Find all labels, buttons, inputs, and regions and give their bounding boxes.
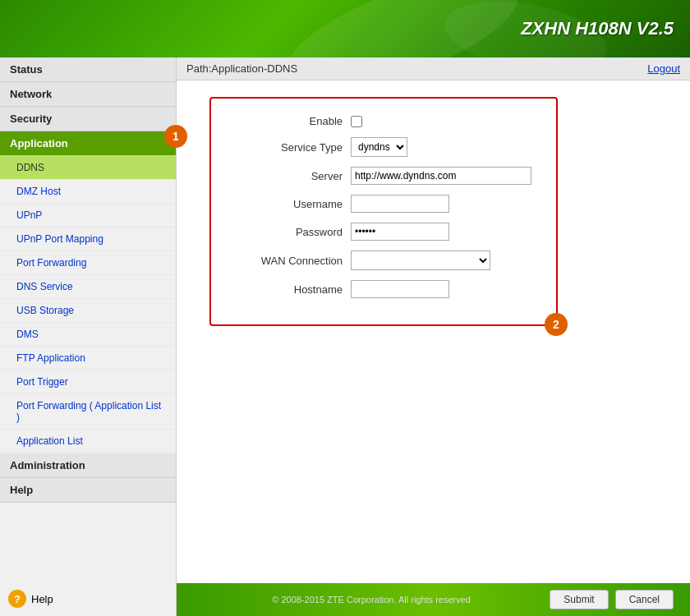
hostname-row: Hostname: [236, 280, 531, 298]
path-bar: Path:Application-DDNS Logout: [177, 57, 690, 80]
header: ZXHN H108N V2.5: [0, 0, 690, 57]
username-label: Username: [236, 198, 351, 210]
wan-select[interactable]: [351, 251, 490, 270]
content-wrapper: Path:Application-DDNS Logout Enable: [177, 57, 690, 616]
enable-label: Enable: [236, 115, 351, 127]
username-input[interactable]: [351, 195, 449, 213]
sidebar: Status Network Security Application 1 DD…: [0, 57, 177, 616]
sidebar-item-usb-storage[interactable]: USB Storage: [0, 299, 176, 323]
password-label: Password: [236, 226, 351, 238]
sidebar-item-port-forwarding[interactable]: Port Forwarding: [0, 251, 176, 275]
username-row: Username: [236, 195, 531, 213]
cancel-button[interactable]: Cancel: [615, 590, 674, 609]
sidebar-item-port-forwarding-app[interactable]: Port Forwarding ( Application List ): [0, 394, 176, 430]
sidebar-item-ftp-app[interactable]: FTP Application: [0, 347, 176, 370]
content-area: Path:Application-DDNS Logout Enable: [177, 57, 690, 583]
logout-link[interactable]: Logout: [647, 62, 680, 75]
help-icon: ?: [8, 590, 26, 608]
sidebar-item-upnp[interactable]: UPnP: [0, 204, 176, 228]
sidebar-nav: Status Network Security Application 1 DD…: [0, 57, 176, 582]
sidebar-item-help-top[interactable]: Help: [0, 478, 176, 503]
copyright-text: © 2008-2015 ZTE Corporation. All rights …: [193, 595, 550, 605]
server-row: Server: [236, 167, 531, 185]
wan-row: WAN Connection: [236, 251, 531, 270]
sidebar-item-ddns[interactable]: DDNS: [0, 156, 176, 180]
hostname-label: Hostname: [236, 283, 351, 296]
wan-label: WAN Connection: [236, 255, 351, 267]
sidebar-item-dns-service[interactable]: DNS Service: [0, 275, 176, 299]
sidebar-item-app-list[interactable]: Application List: [0, 430, 176, 453]
footer: © 2008-2015 ZTE Corporation. All rights …: [177, 583, 690, 616]
sidebar-item-port-trigger[interactable]: Port Trigger: [0, 370, 176, 394]
footer-buttons: Submit Cancel: [550, 590, 674, 609]
sidebar-help[interactable]: ? Help: [0, 582, 176, 616]
service-type-label: Service Type: [236, 141, 351, 154]
sidebar-item-security[interactable]: Security: [0, 107, 176, 131]
submit-button[interactable]: Submit: [550, 590, 608, 609]
badge-2: 2: [545, 313, 568, 336]
service-type-select[interactable]: dyndns no-ip 3322: [351, 137, 407, 157]
form-area: Enable Service Type dyndns no-ip 3322: [177, 80, 690, 583]
app-title: ZXHN H108N V2.5: [521, 18, 674, 39]
help-label: Help: [31, 593, 53, 605]
hostname-input[interactable]: [351, 280, 449, 298]
server-label: Server: [236, 170, 351, 182]
main-body: Status Network Security Application 1 DD…: [0, 57, 690, 616]
sidebar-item-dms[interactable]: DMS: [0, 323, 176, 347]
sidebar-item-application[interactable]: Application: [0, 131, 176, 156]
enable-checkbox[interactable]: [351, 116, 362, 127]
password-input[interactable]: [351, 223, 449, 241]
path-text: Path:Application-DDNS: [186, 62, 297, 75]
password-row: Password: [236, 223, 531, 241]
enable-row: Enable: [236, 115, 531, 127]
service-type-row: Service Type dyndns no-ip 3322: [236, 137, 531, 157]
sidebar-item-administration[interactable]: Administration: [0, 453, 176, 478]
sidebar-item-upnp-port[interactable]: UPnP Port Mapping: [0, 228, 176, 251]
badge-1: 1: [164, 125, 187, 148]
sidebar-item-dmz[interactable]: DMZ Host: [0, 180, 176, 204]
sidebar-item-network[interactable]: Network: [0, 82, 176, 107]
sidebar-item-status[interactable]: Status: [0, 57, 176, 82]
ddns-form-box: Enable Service Type dyndns no-ip 3322: [209, 97, 558, 326]
server-input[interactable]: [351, 167, 531, 185]
